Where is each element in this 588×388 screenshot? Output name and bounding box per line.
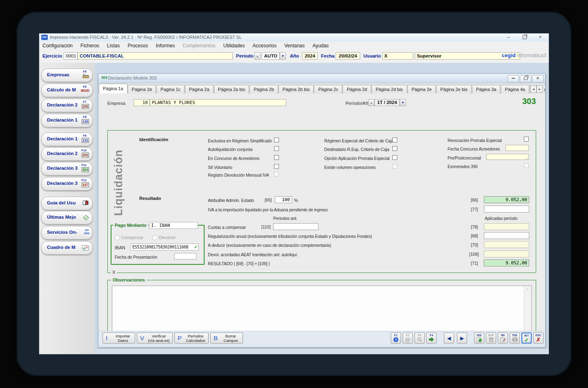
checkbox[interactable] (274, 155, 279, 160)
sidebar-item-cuadro-mandos[interactable]: Cuadro de M (41, 241, 93, 255)
sidebar-item-calculo-mod[interactable]: Cálculo de M F6 MOD (41, 84, 93, 97)
fecha-field[interactable]: 20/02/24 (336, 52, 360, 60)
empresa-name-field[interactable]: PLANTAS Y FLORES (150, 99, 286, 106)
child-restore-icon[interactable] (520, 75, 531, 82)
verificar-button[interactable]: V Verificar(vía aeat.es) (137, 333, 173, 344)
periodos-calculados-button[interactable]: P PeríodosCalculados (174, 333, 209, 344)
fkey-label: F7 (83, 100, 87, 103)
child-minimize-icon[interactable] (508, 75, 519, 82)
help-button[interactable]: F1? (391, 333, 401, 344)
insertar-button[interactable]: INS (474, 333, 484, 344)
sidebar-item-declaracion-200[interactable]: Declaración 2 F7 200 (41, 99, 93, 112)
sidebar-item-declaracion-130[interactable]: Declaración 1 F8 130 (41, 114, 93, 127)
escape-button[interactable]: ESC✗ (533, 333, 543, 344)
borrar-campos-button[interactable]: B BorrarCampos (210, 333, 243, 344)
tab[interactable]: Página 3a (472, 85, 501, 93)
importar-datos-button[interactable]: I ImportarDatos (102, 333, 135, 344)
fecha-concurso-field[interactable] (506, 145, 529, 151)
factory-icon (82, 73, 89, 80)
checkbox[interactable] (392, 137, 397, 142)
empresa-code-field[interactable]: 10 (134, 99, 150, 106)
sidebar-item-empresas[interactable]: Empresas F5 (41, 69, 93, 82)
periodo-ano-down-icon[interactable]: ▼ (400, 99, 406, 106)
periodo-ano-up-icon[interactable]: ▲ (368, 99, 374, 106)
atribuible-pct-field[interactable]: 100 (275, 196, 292, 203)
tab-scroll-left-icon[interactable]: ◄ (530, 85, 537, 93)
prev-button[interactable]: ◀ (444, 333, 454, 344)
sidebar-item-label: Declaración 1 (47, 118, 78, 122)
tab[interactable]: Página 2e (408, 85, 436, 93)
empresa-ejercicio-field[interactable]: CONTABLE-FISCAL (78, 52, 233, 60)
casilla-70-field[interactable] (484, 241, 529, 248)
iban-field[interactable]: ES5321008175830200111608 (130, 244, 199, 251)
casilla-68-field[interactable] (484, 232, 529, 239)
periodo-field[interactable]: AUTO (262, 52, 280, 60)
menu-utilidades[interactable]: Utilidades (223, 43, 245, 49)
pago-metodo-select[interactable]: I. IBAN˅ (149, 222, 198, 229)
casilla-77-field[interactable] (484, 206, 529, 213)
casilla-109-field[interactable] (484, 251, 529, 257)
menu-configuracion[interactable]: Configuración (42, 43, 73, 49)
tab[interactable]: Pagina 1c (156, 85, 185, 93)
close-icon[interactable]: × (535, 34, 546, 41)
page-tabs: Página 1aPágina 1bPagina 1cPágina 2aPági… (98, 83, 545, 93)
fkey-label: F9 (83, 134, 87, 137)
checkbox[interactable] (392, 146, 397, 151)
checkbox-label: Destinatario R.Esp. Criterio de Caja (324, 146, 389, 153)
tab[interactable]: Página 4a (501, 85, 529, 93)
sidebar-item-guia-usuario[interactable]: Guía del Usu (41, 197, 93, 210)
tab[interactable]: Página 2d (343, 85, 371, 93)
casilla-110-field[interactable] (273, 223, 318, 230)
sidebar-item-declaracion-347[interactable]: Declaración 3 F12 347 (41, 177, 93, 191)
check-icon: ✓ (522, 337, 531, 343)
periodo-down-icon[interactable]: ▼ (280, 52, 286, 60)
checkbox[interactable] (392, 155, 397, 160)
sidebar-item-declaracion-303[interactable]: Declaración 3 F11 303 (41, 162, 93, 175)
tab[interactable]: Página 2a bis (214, 85, 249, 93)
scroll-up-icon[interactable]: ˄ (524, 286, 531, 293)
casilla-78-field[interactable] (484, 223, 529, 230)
usuario-field[interactable]: X (382, 52, 413, 60)
menu-listas[interactable]: Listas (107, 43, 120, 49)
minimize-icon[interactable]: – (503, 34, 514, 41)
inicio-button[interactable]: INI (498, 333, 508, 344)
tab[interactable]: Página 2b bis (278, 85, 314, 93)
checkbox[interactable] (274, 164, 279, 169)
menu-ventanas[interactable]: Ventanas (284, 43, 305, 49)
tab[interactable]: Página 2a (185, 85, 214, 93)
menu-informes[interactable]: Informes (156, 43, 175, 49)
sidebar-item-servicios-online[interactable]: Servicios On- on line (41, 226, 93, 239)
menu-ficheros[interactable]: Ficheros (80, 43, 99, 49)
imprimir-button[interactable]: FIN (510, 333, 520, 344)
menu-ayudas[interactable]: Ayudas (312, 43, 329, 49)
tab[interactable]: Página 1b (128, 85, 156, 93)
restore-icon[interactable] (519, 34, 530, 41)
child-close-icon[interactable]: ✕ (532, 75, 543, 82)
intro-button[interactable]: INT✓ (521, 333, 532, 344)
tab[interactable]: Página 2d bis (372, 85, 407, 93)
liquidacion-vertical-label: Liquidación (112, 150, 125, 216)
tab-scroll-right-icon[interactable]: ► (537, 85, 543, 93)
run-button[interactable]: F4 (426, 333, 437, 344)
fecha-presentacion-label: Fecha de Presentación (115, 254, 157, 260)
menu-accesorios[interactable]: Accesorios (253, 43, 277, 49)
sidebar-item-label: Declaración 3 (47, 181, 78, 186)
ejercicio-field[interactable]: 0001 (64, 52, 78, 60)
menu-procesos[interactable]: Procesos (127, 43, 148, 49)
next-button[interactable]: ▶ (457, 333, 467, 344)
pre-postconcursal-select[interactable]: ˅ (486, 154, 529, 160)
fecha-presentacion-field[interactable] (174, 253, 196, 259)
checkbox[interactable] (524, 137, 529, 142)
tab[interactable]: Página 2e bis (436, 85, 472, 93)
periodo-up-icon[interactable]: ▲ (254, 52, 261, 60)
checkbox[interactable] (274, 146, 279, 151)
checkbox[interactable] (274, 137, 279, 142)
periodo-ano-field[interactable]: 1T / 2024 (374, 99, 400, 106)
sidebar-item-declaracion-131[interactable]: Declaración 1 F9 131 (41, 133, 93, 146)
sidebar-item-declaracion-202[interactable]: Declaración 2 F10 202 (41, 147, 93, 161)
tab[interactable]: Página 2c (314, 85, 342, 93)
tab[interactable]: Página 1a (99, 84, 127, 93)
sidebar-item-ultimas-mejoras[interactable]: Últimas Mejo (41, 211, 93, 224)
tab[interactable]: Página 2b (249, 85, 278, 93)
ano-field[interactable]: 2024 (302, 52, 318, 60)
